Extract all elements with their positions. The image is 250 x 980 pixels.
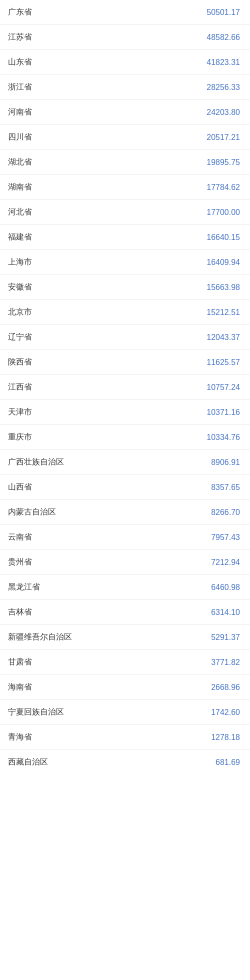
region-value: 10757.24 <box>190 383 240 392</box>
region-name: 辽宁省 <box>8 332 190 342</box>
table-row: 天津市10371.16 <box>0 400 250 425</box>
region-name: 天津市 <box>8 407 190 418</box>
table-row: 河南省24203.80 <box>0 100 250 125</box>
region-name: 江西省 <box>8 382 190 392</box>
region-name: 福建省 <box>8 232 190 242</box>
table-row: 江苏省48582.66 <box>0 25 250 50</box>
region-name: 湖北省 <box>8 157 190 168</box>
table-row: 湖南省17784.62 <box>0 175 250 200</box>
region-name: 甘肃省 <box>8 657 190 668</box>
region-name: 安徽省 <box>8 282 190 292</box>
table-row: 河北省17700.00 <box>0 200 250 225</box>
region-name: 河北省 <box>8 207 190 218</box>
table-row: 北京市15212.51 <box>0 300 250 325</box>
table-row: 江西省10757.24 <box>0 375 250 400</box>
table-row: 云南省7957.43 <box>0 525 250 550</box>
table-row: 青海省1278.18 <box>0 725 250 750</box>
region-value: 15663.98 <box>190 283 240 292</box>
table-row: 上海市16409.94 <box>0 250 250 275</box>
region-value: 2668.96 <box>190 683 240 692</box>
region-name: 山西省 <box>8 482 190 492</box>
region-name: 浙江省 <box>8 82 190 92</box>
region-value: 48582.66 <box>190 33 240 42</box>
region-value: 7212.94 <box>190 558 240 567</box>
region-value: 50501.17 <box>190 8 240 17</box>
region-value: 1278.18 <box>190 733 240 742</box>
region-value: 7957.43 <box>190 533 240 542</box>
region-name: 吉林省 <box>8 607 190 618</box>
region-name: 重庆市 <box>8 432 190 442</box>
region-name: 贵州省 <box>8 557 190 568</box>
table-row: 福建省16640.15 <box>0 225 250 250</box>
region-value: 681.69 <box>190 758 240 767</box>
region-value: 11625.57 <box>190 358 240 367</box>
table-row: 海南省2668.96 <box>0 675 250 700</box>
region-value: 24203.80 <box>190 108 240 117</box>
table-row: 黑龙江省6460.98 <box>0 575 250 600</box>
table-row: 浙江省28256.33 <box>0 75 250 100</box>
region-value: 20517.21 <box>190 133 240 142</box>
table-row: 甘肃省3771.82 <box>0 650 250 675</box>
region-value: 10371.16 <box>190 408 240 417</box>
region-name: 云南省 <box>8 532 190 542</box>
region-value: 16640.15 <box>190 233 240 242</box>
region-name: 黑龙江省 <box>8 582 190 592</box>
table-row: 内蒙古自治区8266.70 <box>0 500 250 525</box>
region-value: 3771.82 <box>190 658 240 667</box>
region-name: 山东省 <box>8 57 190 68</box>
region-name: 河南省 <box>8 107 190 118</box>
region-value: 6460.98 <box>190 583 240 592</box>
region-name: 陕西省 <box>8 357 190 368</box>
table-row: 宁夏回族自治区1742.60 <box>0 700 250 725</box>
region-value: 17700.00 <box>190 208 240 217</box>
region-value: 10334.76 <box>190 433 240 442</box>
table-row: 吉林省6314.10 <box>0 600 250 625</box>
region-name: 西藏自治区 <box>8 757 190 768</box>
table-row: 四川省20517.21 <box>0 125 250 150</box>
region-value: 15212.51 <box>190 308 240 317</box>
region-value: 28256.33 <box>190 83 240 92</box>
region-name: 广西壮族自治区 <box>8 457 190 468</box>
region-value: 8357.65 <box>190 483 240 492</box>
region-name: 湖南省 <box>8 182 190 192</box>
region-value: 8906.91 <box>190 458 240 467</box>
region-name: 宁夏回族自治区 <box>8 707 190 718</box>
region-name: 上海市 <box>8 257 190 268</box>
table-row: 广西壮族自治区8906.91 <box>0 450 250 475</box>
table-row: 陕西省11625.57 <box>0 350 250 375</box>
table-row: 湖北省19895.75 <box>0 150 250 175</box>
region-name: 内蒙古自治区 <box>8 507 190 518</box>
region-name: 江苏省 <box>8 32 190 42</box>
region-name: 广东省 <box>8 7 190 18</box>
table-row: 西藏自治区681.69 <box>0 750 250 774</box>
region-name: 海南省 <box>8 682 190 692</box>
table-row: 辽宁省12043.37 <box>0 325 250 350</box>
region-value: 19895.75 <box>190 158 240 167</box>
table-row: 重庆市10334.76 <box>0 425 250 450</box>
region-value: 6314.10 <box>190 608 240 617</box>
region-name: 新疆维吾尔自治区 <box>8 632 190 642</box>
table-row: 安徽省15663.98 <box>0 275 250 300</box>
table-row: 新疆维吾尔自治区5291.37 <box>0 625 250 650</box>
table-row: 广东省50501.17 <box>0 0 250 25</box>
table-row: 山东省41823.31 <box>0 50 250 75</box>
region-value: 17784.62 <box>190 183 240 192</box>
table-row: 山西省8357.65 <box>0 475 250 500</box>
region-value: 16409.94 <box>190 258 240 267</box>
region-value: 8266.70 <box>190 508 240 517</box>
table-row: 贵州省7212.94 <box>0 550 250 575</box>
region-value: 12043.37 <box>190 333 240 342</box>
region-name: 北京市 <box>8 307 190 318</box>
data-table: 广东省50501.17江苏省48582.66山东省41823.31浙江省2825… <box>0 0 250 774</box>
region-value: 41823.31 <box>190 58 240 67</box>
region-value: 5291.37 <box>190 633 240 642</box>
region-value: 1742.60 <box>190 708 240 717</box>
region-name: 青海省 <box>8 732 190 742</box>
region-name: 四川省 <box>8 132 190 142</box>
